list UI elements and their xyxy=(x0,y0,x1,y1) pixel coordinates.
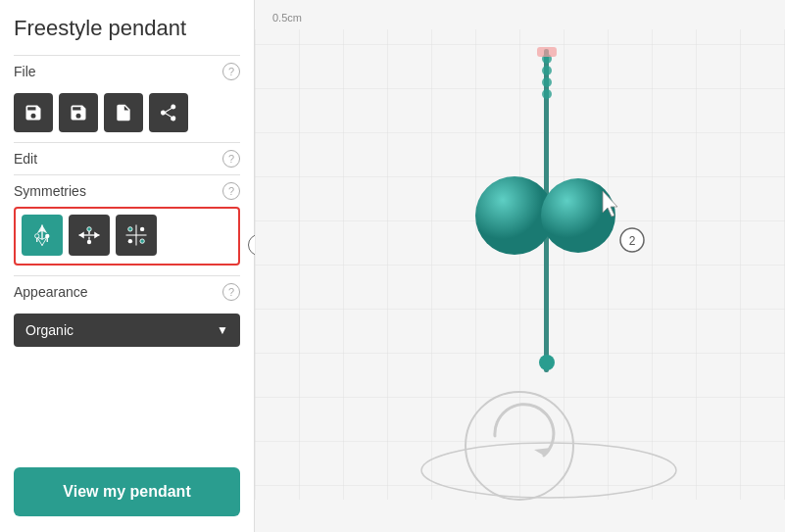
svg-point-17 xyxy=(128,227,132,231)
page-title: Freestyle pendant xyxy=(14,16,240,41)
symmetry-3-icon xyxy=(123,221,150,249)
svg-text:+: + xyxy=(80,105,84,112)
3d-viewport: 0.5cm xyxy=(255,0,785,532)
svg-point-13 xyxy=(87,240,91,244)
symmetry-1-icon xyxy=(28,221,56,249)
edit-section-header: Edit ? xyxy=(14,142,240,174)
left-panel: Freestyle pendant File ? + xyxy=(0,0,255,532)
svg-point-4 xyxy=(35,234,39,238)
new-file-icon xyxy=(114,103,133,122)
share-icon xyxy=(159,103,178,122)
symmetry-2-icon xyxy=(75,221,103,249)
svg-point-27 xyxy=(542,66,552,75)
svg-point-29 xyxy=(542,89,552,99)
symmetries-section-label: Symmetries xyxy=(14,183,86,199)
svg-marker-10 xyxy=(94,232,99,239)
dropdown-arrow-icon: ▼ xyxy=(217,323,228,337)
appearance-dropdown-value: Organic xyxy=(25,322,74,338)
appearance-section-label: Appearance xyxy=(14,284,88,300)
svg-point-28 xyxy=(542,77,552,87)
symmetries-buttons-row xyxy=(14,207,240,266)
file-section-header: File ? xyxy=(14,55,240,87)
svg-rect-21 xyxy=(255,29,785,500)
svg-text:2: 2 xyxy=(629,234,636,248)
appearance-dropdown-container: Organic ▼ xyxy=(14,308,240,357)
file-section-label: File xyxy=(14,64,36,79)
appearance-section-header: Appearance ? xyxy=(14,275,240,308)
symmetry-button-1[interactable] xyxy=(22,215,63,256)
svg-point-19 xyxy=(128,239,132,243)
save-as-icon: + xyxy=(69,103,88,122)
svg-point-6 xyxy=(45,234,49,238)
save-as-button[interactable]: + xyxy=(59,93,98,132)
file-help-icon[interactable]: ? xyxy=(222,63,240,80)
share-button[interactable] xyxy=(149,93,188,132)
save-icon xyxy=(24,103,43,122)
svg-point-11 xyxy=(87,227,91,231)
symmetries-section-header: Symmetries ? xyxy=(14,174,240,207)
symmetry-button-2[interactable] xyxy=(69,215,110,256)
file-buttons-row: + xyxy=(14,87,240,142)
edit-help-icon[interactable]: ? xyxy=(222,150,240,168)
new-file-button[interactable] xyxy=(104,93,143,132)
symmetry-button-3[interactable] xyxy=(116,215,157,256)
svg-marker-9 xyxy=(79,232,84,239)
view-pendant-button[interactable]: View my pendant xyxy=(14,467,240,516)
svg-point-32 xyxy=(541,178,615,253)
appearance-help-icon[interactable]: ? xyxy=(222,283,240,301)
svg-rect-30 xyxy=(537,47,557,57)
viewport-canvas: 2 xyxy=(255,0,785,532)
appearance-dropdown-button[interactable]: Organic ▼ xyxy=(14,314,240,347)
edit-section-label: Edit xyxy=(14,151,37,167)
svg-point-18 xyxy=(140,227,144,231)
svg-point-33 xyxy=(539,355,555,370)
symmetries-help-icon[interactable]: ? xyxy=(222,182,240,200)
save-button[interactable] xyxy=(14,93,53,132)
svg-point-20 xyxy=(140,239,144,243)
